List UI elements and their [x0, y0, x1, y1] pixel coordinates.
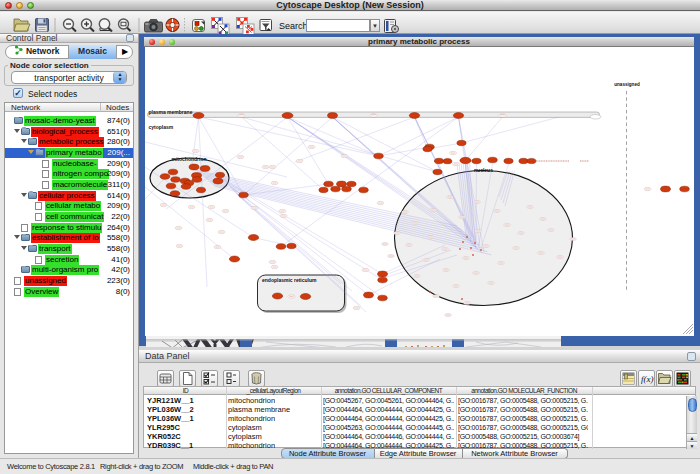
svg-text:nucleus: nucleus — [474, 167, 493, 173]
svg-text:unassigned: unassigned — [614, 82, 640, 87]
svg-text:mitochondrion: mitochondrion — [171, 156, 206, 162]
svg-text:endoplasmic reticulum: endoplasmic reticulum — [262, 277, 317, 283]
svg-text:cytoplasm: cytoplasm — [148, 124, 173, 130]
svg-text:f(x): f(x) — [641, 374, 654, 384]
svg-text:plasma membrane: plasma membrane — [148, 109, 192, 115]
